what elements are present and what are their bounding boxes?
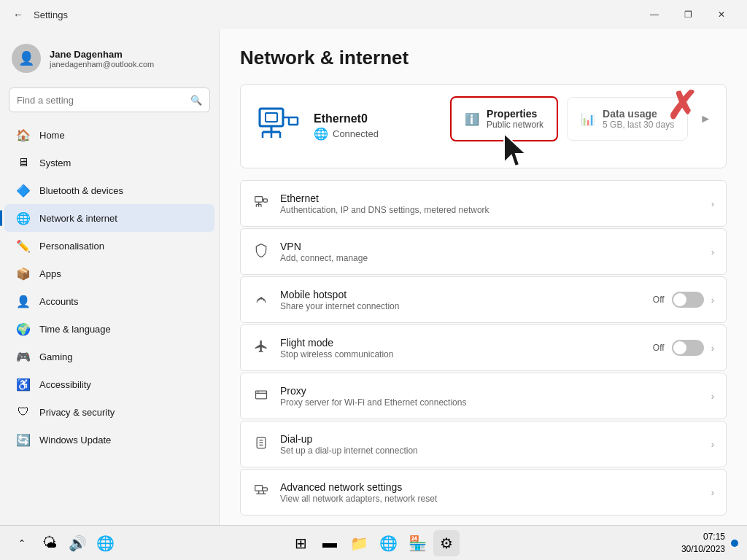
minimize-button[interactable]: — [638,3,671,26]
settings-sub-proxy: Proxy server for Wi-Fi and Ethernet conn… [280,397,701,408]
user-email: janedagenham@outlook.com [50,60,154,69]
weather-icon[interactable]: 🌤 [36,530,63,556]
volume-icon[interactable]: 🔊 [64,530,90,556]
nav-icon-home: 🏠 [16,128,31,142]
nav-icon-gaming: 🎮 [16,349,31,364]
search-taskbar-button[interactable]: ▬ [317,530,343,556]
settings-sub-advanced: View all network adapters, network reset [280,494,701,504]
system-tray-chevron[interactable]: ⌃ [9,530,35,556]
settings-icon-flight [252,339,270,357]
close-button[interactable]: ✕ [705,3,738,26]
settings-icon-ethernet [252,195,270,213]
maximize-button[interactable]: ❐ [671,3,705,26]
sidebar-item-accessibility[interactable]: ♿ Accessibility [4,370,214,398]
ethernet-large-icon [255,103,302,149]
sidebar-item-system[interactable]: 🖥 System [4,149,214,176]
settings-text-advanced: Advanced network settings View all netwo… [280,481,701,504]
file-explorer-button[interactable]: 📁 [346,530,372,556]
toggle-label-hotspot: Off [653,295,665,305]
settings-item-proxy[interactable]: Proxy Proxy server for Wi-Fi and Etherne… [240,373,727,419]
nav-icon-apps: 📦 [16,266,31,281]
chevron-icon-hotspot: › [711,295,714,306]
settings-taskbar-button[interactable]: ⚙ [433,530,460,556]
sidebar-item-home[interactable]: 🏠 Home [4,121,214,149]
properties-title: Properties [487,108,543,120]
settings-icon-advanced [252,483,270,502]
store-button[interactable]: 🏪 [404,530,430,556]
settings-item-flight[interactable]: Flight mode Stop wireless communication … [240,324,727,371]
edge-button[interactable]: 🌐 [375,530,401,556]
nav-label-home: Home [39,130,65,141]
user-info: Jane Dagenham janedagenham@outlook.com [50,49,154,69]
nav-label-time: Time & language [39,324,111,335]
nav-icon-accounts: 👤 [16,294,31,308]
taskbar-right: 07:15 30/10/2023 [681,531,738,556]
svg-rect-11 [263,198,267,201]
settings-icon-proxy [252,387,270,405]
settings-sub-hotspot: Share your internet connection [280,301,643,311]
properties-button[interactable]: ℹ️ Properties Public network [450,96,558,141]
taskbar: ⌃ 🌤 🔊 🌐 ⊞ ▬ 📁 🌐 🏪 ⚙ 07:15 30/10/2023 [0,525,747,560]
svg-rect-0 [260,109,283,126]
settings-icon-dialup [252,435,270,454]
settings-sub-vpn: Add, connect, manage [280,253,701,263]
settings-item-vpn[interactable]: VPN Add, connect, manage › [240,228,727,275]
sidebar-item-personalisation[interactable]: ✏️ Personalisation [4,232,214,260]
chevron-icon-flight: › [711,343,714,354]
back-button[interactable]: ← [9,6,28,23]
settings-title-proxy: Proxy [280,385,701,397]
svg-marker-9 [504,133,526,166]
sidebar-item-apps[interactable]: 📦 Apps [4,260,214,287]
main-content: Network & internet Ethernet0 [219,29,747,525]
nav-label-accessibility: Accessibility [39,379,91,390]
sidebar-item-network[interactable]: 🌐 Network & internet [4,204,214,232]
nav-icon-network: 🌐 [16,211,31,225]
page-title: Network & internet [240,47,727,69]
nav-label-windows-update: Windows Update [39,435,111,446]
settings-right-flight: Off › [653,340,714,356]
taskbar-clock: 07:15 30/10/2023 [681,531,725,556]
settings-item-dialup[interactable]: Dial-up Set up a dial-up internet connec… [240,421,727,467]
settings-sub-dialup: Set up a dial-up internet connection [280,446,701,456]
nav-label-bluetooth: Bluetooth & devices [39,185,123,196]
settings-icon-hotspot [252,291,270,309]
settings-item-advanced[interactable]: Advanced network settings View all netwo… [240,469,727,516]
toggle-flight[interactable] [672,340,704,356]
ethernet-name: Ethernet0 [314,112,438,125]
svg-point-21 [258,391,259,392]
settings-item-ethernet[interactable]: Ethernet Authentication, IP and DNS sett… [240,180,727,227]
settings-text-ethernet: Ethernet Authentication, IP and DNS sett… [280,192,701,215]
search-input[interactable] [17,95,185,106]
settings-title-vpn: VPN [280,241,701,252]
avatar: 👤 [12,44,41,73]
data-usage-button[interactable]: 📊 Data usage 5 GB, last 30 days ✗ [567,97,688,141]
data-usage-info: Data usage 5 GB, last 30 days [603,108,674,130]
chevron-icon-dialup: › [711,439,714,450]
window-controls: — ❐ ✕ [638,3,738,26]
nav-icon-time: 🌍 [16,322,31,336]
sidebar-item-accounts[interactable]: 👤 Accounts [4,287,214,315]
settings-right-ethernet: › [711,198,714,209]
ethernet-card: Ethernet0 🌐 Connected ℹ️ Properties Publ… [240,84,727,168]
settings-item-hotspot[interactable]: Mobile hotspot Share your internet conne… [240,276,727,323]
start-button[interactable]: ⊞ [287,530,314,556]
sidebar-item-gaming[interactable]: 🎮 Gaming [4,343,214,370]
user-name: Jane Dagenham [50,49,154,60]
toggle-label-flight: Off [653,343,665,353]
info-icon: ℹ️ [465,112,479,126]
settings-sub-flight: Stop wireless communication [280,349,643,359]
settings-title-dialup: Dial-up [280,433,701,445]
sidebar-item-bluetooth[interactable]: 🔷 Bluetooth & devices [4,176,214,204]
sidebar-item-windows-update[interactable]: 🔄 Windows Update [4,426,214,454]
sidebar-item-privacy[interactable]: 🛡 Privacy & security [4,398,214,426]
nav-list: 🏠 Home 🖥 System 🔷 Bluetooth & devices 🌐 … [0,121,219,454]
nav-label-network: Network & internet [39,213,117,224]
svg-rect-30 [263,487,268,490]
search-box[interactable]: 🔍 [9,88,210,112]
notification-badge [731,540,738,547]
sidebar-item-time[interactable]: 🌍 Time & language [4,315,214,343]
scroll-right-icon[interactable]: ► [700,112,711,125]
settings-title-flight: Flight mode [280,337,643,349]
toggle-hotspot[interactable] [672,292,704,308]
network-taskbar-icon[interactable]: 🌐 [92,530,118,556]
